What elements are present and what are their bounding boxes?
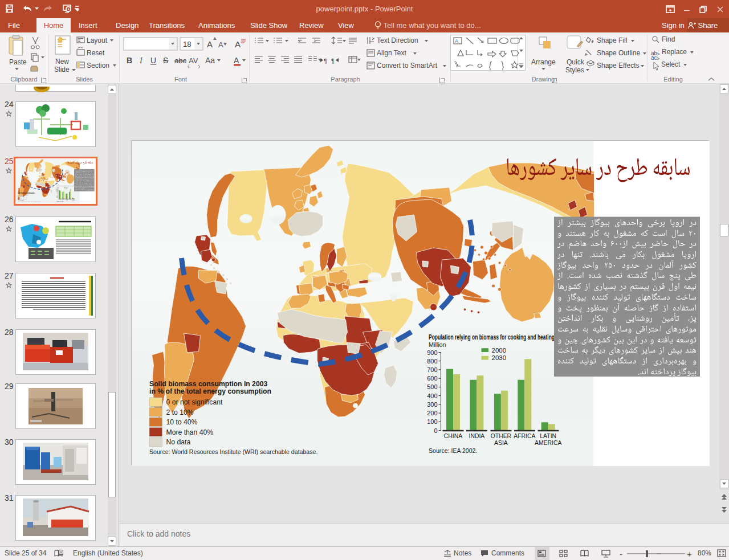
svg-text:New: New bbox=[55, 58, 69, 66]
svg-text:AV: AV bbox=[189, 56, 198, 65]
svg-text:¶: ¶ bbox=[324, 58, 327, 64]
svg-text:A: A bbox=[455, 38, 458, 44]
svg-text:¶: ¶ bbox=[331, 58, 335, 64]
svg-text:Convert to SmartArt: Convert to SmartArt bbox=[377, 62, 438, 70]
svg-text:Shape Effects: Shape Effects bbox=[597, 62, 640, 70]
svg-text:U: U bbox=[150, 56, 156, 65]
svg-text:Text Direction: Text Direction bbox=[377, 36, 418, 44]
svg-text:A: A bbox=[207, 39, 213, 49]
svg-text:A: A bbox=[234, 56, 239, 65]
svg-text:A: A bbox=[235, 39, 241, 49]
svg-text:Aa: Aa bbox=[205, 56, 215, 65]
svg-text:I: I bbox=[139, 56, 143, 65]
svg-text:18: 18 bbox=[183, 40, 191, 48]
svg-text:Layout: Layout bbox=[87, 36, 108, 44]
svg-text:abc: abc bbox=[174, 56, 186, 65]
svg-text:Shape Outline: Shape Outline bbox=[597, 49, 640, 57]
svg-text:Reset: Reset bbox=[87, 49, 105, 57]
svg-text:Paste: Paste bbox=[9, 58, 27, 66]
svg-text:Styles: Styles bbox=[565, 66, 584, 74]
svg-text:Replace: Replace bbox=[662, 48, 687, 56]
svg-text:ac: ac bbox=[651, 55, 657, 61]
svg-text:Section: Section bbox=[87, 62, 109, 70]
svg-text:Shape Fill: Shape Fill bbox=[597, 36, 627, 44]
svg-text:Select: Select bbox=[661, 60, 681, 68]
svg-text:B: B bbox=[127, 56, 132, 65]
svg-text:A: A bbox=[218, 40, 223, 49]
svg-text:Slide: Slide bbox=[54, 66, 70, 73]
svg-text:Align Text: Align Text bbox=[377, 49, 406, 57]
svg-text:Arrange: Arrange bbox=[531, 58, 556, 66]
svg-text:S: S bbox=[163, 56, 168, 65]
svg-text:Find: Find bbox=[662, 35, 675, 43]
svg-text:Quick: Quick bbox=[567, 58, 585, 66]
